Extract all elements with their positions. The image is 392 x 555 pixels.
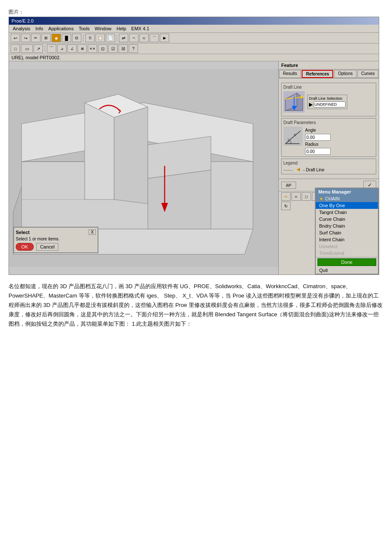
chart-btn[interactable]: ▐▌ — [62, 34, 71, 42]
mm-done-button[interactable]: Done — [317, 258, 376, 266]
params-inputs: Angle Radius — [305, 127, 331, 155]
model-info-text: URE), model PRT0002. — [12, 55, 61, 60]
menu-help[interactable]: Help — [114, 26, 128, 32]
radius-input[interactable] — [305, 148, 331, 155]
page-wrapper: 图片： Proe/E 2.0 Analysis Info Application… — [0, 0, 392, 341]
select-btn[interactable]: ▶ — [160, 34, 169, 42]
mm-item-one-by-one[interactable]: One By One — [316, 202, 378, 209]
select-dialog-close-btn[interactable]: X — [89, 229, 96, 235]
menu-window[interactable]: Window — [92, 26, 113, 32]
rect3-btn[interactable]: ⊡ — [98, 44, 107, 53]
menu-tools[interactable]: Tools — [77, 26, 92, 32]
legend-arrow-icon — [296, 167, 301, 172]
feature-title: Feature — [279, 61, 379, 69]
dim1-btn[interactable]: ⊿ — [57, 44, 66, 53]
mm-item-curve-chain[interactable]: Curve Chain — [316, 216, 378, 223]
select-dialog-buttons: OK Cancel — [16, 243, 96, 251]
angle-radius-icon: α ·R — [283, 127, 303, 146]
angle-input[interactable] — [305, 134, 331, 141]
mm-item-tangnt-chain[interactable]: Tangnt Chain — [316, 209, 378, 216]
app-window: Proe/E 2.0 Analysis Info Applications To… — [9, 17, 379, 275]
help-btn[interactable]: ? — [129, 44, 138, 53]
grid-btn[interactable]: ⊞ — [41, 34, 51, 42]
model-info-bar: URE), model PRT0002. — [9, 54, 379, 61]
radius-label: Radius — [305, 142, 326, 147]
mm-triangle-icon: ▼ — [319, 197, 323, 201]
mm-separator — [316, 257, 378, 257]
mm-chain-section: ▼ CHAIN — [316, 195, 378, 202]
select-dialog-title-text: Select — [16, 230, 29, 235]
curve-btn[interactable]: ⌒ — [150, 34, 159, 42]
check-btn[interactable]: ☑ — [108, 44, 118, 53]
svg-marker-9 — [148, 170, 211, 229]
tab-options[interactable]: Options — [334, 70, 356, 78]
rect2-btn[interactable]: ▭ — [21, 44, 33, 53]
arc-btn[interactable]: ⌒ — [47, 44, 56, 53]
main-content: Select X Select 1 or more items. OK Canc… — [9, 61, 379, 275]
sep2 — [117, 34, 117, 42]
legend-section: Legend ——, - Draft Line — [281, 159, 376, 174]
svg-marker-6 — [85, 103, 114, 199]
ptr-btn[interactable]: ↗ — [34, 44, 43, 53]
rect1-btn[interactable]: □ — [11, 44, 20, 53]
draft-selection-box: Draft Line Selection ▶ — [307, 95, 347, 109]
edit-btn[interactable]: ✏ — [31, 34, 40, 42]
svg-text:α: α — [288, 139, 289, 142]
wave1-btn[interactable]: ~ — [129, 34, 138, 42]
draft-selection-label: Draft Line Selection — [309, 96, 346, 101]
legend-text: - Draft Line — [303, 168, 324, 172]
undo-btn[interactable]: ↩ — [11, 34, 20, 42]
mm-item-surf-chain[interactable]: Surf Chain — [316, 229, 378, 236]
layer-btn[interactable]: ⊟ — [72, 34, 81, 42]
arrow-btn[interactable]: ⇌ — [119, 34, 128, 42]
mm-item-bndry-chain[interactable]: Bndry Chain — [316, 223, 378, 229]
draft-params-label: Draft Parameters — [283, 120, 374, 125]
tab-curves[interactable]: Curves — [357, 70, 379, 78]
select-dialog: Select X Select 1 or more items. OK Canc… — [13, 227, 98, 253]
dim2-btn[interactable]: ∠ — [67, 44, 77, 53]
menu-emx[interactable]: EMX 4.1 — [129, 26, 151, 32]
dim4-btn[interactable]: ✕✕ — [88, 44, 97, 53]
side-panel: Feature Results References Options Curve… — [279, 61, 379, 275]
svg-marker-28 — [297, 168, 300, 171]
rotate-btn[interactable]: ∂∂¹ — [281, 182, 296, 189]
title-bar: Proe/E 2.0 — [9, 17, 379, 25]
select-cancel-button[interactable]: Cancel — [36, 243, 58, 251]
sep3 — [45, 45, 45, 52]
paste-btn[interactable]: 📋 — [95, 34, 105, 42]
undefined-input[interactable] — [314, 101, 346, 107]
viewport[interactable]: Select X Select 1 or more items. OK Canc… — [9, 61, 279, 275]
icon10[interactable]: ↻ — [281, 202, 291, 210]
select-ok-button[interactable]: OK — [16, 243, 34, 251]
icon1[interactable]: ✏ — [281, 192, 291, 201]
dim3-btn[interactable]: ⊠ — [78, 44, 87, 53]
doc-btn[interactable]: 📄 — [106, 34, 115, 42]
redo-btn[interactable]: ↪ — [21, 34, 30, 42]
svg-marker-7 — [114, 107, 148, 204]
main-text: 名位都知道，现在的 3D 产品图档五花八门，画 3D 产品的应用软件有 UG、P… — [9, 282, 383, 329]
icon2[interactable]: ≈ — [291, 192, 301, 201]
draft-line-label: Draft Line — [283, 85, 374, 90]
menu-info[interactable]: Info — [33, 26, 45, 32]
tab-results[interactable]: Results — [279, 70, 301, 78]
select-dialog-prompt: Select 1 or more items. — [16, 237, 96, 241]
mm-title: Menu Manager — [316, 188, 378, 195]
draft-params-group: Draft Parameters α ·R — [281, 118, 376, 157]
menu-applications[interactable]: Applications — [46, 26, 75, 32]
angle-label: Angle — [305, 128, 326, 133]
mm-item-intent-chain[interactable]: Intent Chain — [316, 236, 378, 243]
svg-text:·R: ·R — [293, 133, 296, 136]
mm-quit-button[interactable]: Quit — [316, 267, 378, 274]
mm-chain-label: CHAIN — [325, 196, 340, 201]
x-btn[interactable]: ☒ — [118, 44, 128, 53]
draft-section: Draft Line — [279, 78, 379, 179]
color-btn[interactable]: ■ — [52, 34, 61, 42]
radius-row: Radius — [305, 142, 331, 147]
icon3[interactable]: □ — [302, 192, 311, 201]
copy-btn[interactable]: ⎘ — [85, 34, 95, 42]
legend-label: Legend — [283, 161, 374, 165]
image-label: 图片： — [9, 9, 383, 16]
menu-analysis[interactable]: Analysis — [11, 26, 32, 32]
wave2-btn[interactable]: ≈ — [139, 34, 149, 42]
tab-references[interactable]: References — [302, 70, 333, 78]
